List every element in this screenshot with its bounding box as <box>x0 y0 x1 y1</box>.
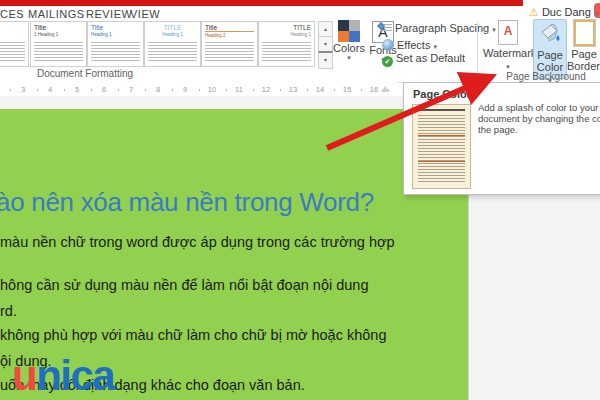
horizontal-ruler: 345678910111213141516 <box>0 82 397 97</box>
ribbon-tab-review[interactable]: REVIEW <box>86 8 132 20</box>
chevron-down-icon: ▾ <box>506 63 510 70</box>
top-red-bar <box>0 0 523 6</box>
ruler-number: 12 <box>261 85 271 94</box>
ruler-number: 4 <box>45 85 55 94</box>
style-set-thumbnail[interactable]: TITLEHeading 1 <box>258 21 315 67</box>
chevron-down-icon: ▾ <box>434 43 438 50</box>
style-set-thumbnail[interactable]: Title <box>0 21 29 67</box>
ruler-number: 13 <box>288 85 298 94</box>
document-text-line: hông cần sử dụng màu nền để làm nổi bật … <box>0 277 368 293</box>
tooltip-preview-thumbnail <box>412 104 471 189</box>
group-label-document-formatting: Document Formatting <box>20 68 150 79</box>
chevron-down-icon: ▾ <box>594 9 598 18</box>
style-set-thumbnail[interactable]: TitleHeading 1 <box>87 21 144 67</box>
ribbon-tab-ces[interactable]: CES <box>0 8 24 20</box>
warning-icon: ⚠ <box>529 6 539 18</box>
ruler-number: 6 <box>99 85 109 94</box>
colors-icon <box>338 20 360 42</box>
effects-icon <box>382 39 394 51</box>
colors-button[interactable]: Colors ▾ <box>331 20 367 62</box>
effects-button[interactable]: Effects ▾ <box>382 37 437 51</box>
paragraph-spacing-button[interactable]: Paragraph Spacing ▾ <box>381 22 496 34</box>
effects-label: Effects <box>397 39 430 51</box>
ruler-number: 16 <box>369 85 379 94</box>
style-gallery: TitleTitle1 Heading 1TitleHeading 1TITLE… <box>0 20 316 67</box>
tooltip-description-line: Add a splash of color to your <box>478 102 600 113</box>
chevron-down-icon: ▾ <box>331 54 367 62</box>
page-color-tooltip: Page Color Add a splash of color to your… <box>403 82 600 195</box>
tooltip-description-line: document by changing the color of <box>478 113 600 124</box>
ribbon-tab-view[interactable]: VIEW <box>130 8 160 20</box>
group-divider <box>477 22 478 72</box>
page-color-label-1: Page <box>537 49 563 61</box>
account-button[interactable]: ⚠Duc Dang▾ <box>529 6 598 19</box>
style-set-thumbnail[interactable]: TitleHeading 2 <box>201 21 258 67</box>
style-set-thumbnail[interactable]: Title1 Heading 1 <box>30 21 87 67</box>
set-as-default-button[interactable]: ✔Set as Default <box>382 52 465 65</box>
watermark-label: Watermark <box>483 47 536 59</box>
paragraph-spacing-label: Paragraph Spacing <box>395 22 489 34</box>
document-heading: ào nên xóa màu nền trong Word? <box>0 187 374 218</box>
ruler-number: 8 <box>153 85 163 94</box>
ruler-number: 10 <box>207 85 217 94</box>
document-text-line: màu nền chữ trong word được áp dụng tron… <box>0 234 395 250</box>
ruler-number: 15 <box>342 85 352 94</box>
ruler-number: 3 <box>18 85 28 94</box>
ruler-number: 11 <box>234 85 244 94</box>
word-window: ⚠Duc Dang▾ TitleTitle1 Heading 1TitleHea… <box>0 0 600 400</box>
document-text-line: rd. <box>0 303 17 319</box>
watermark-button[interactable]: A Watermark ▾ <box>483 19 533 77</box>
tooltip-description: Add a splash of color to yourdocument by… <box>478 102 600 135</box>
tooltip-description-line: the page. <box>478 124 600 135</box>
style-set-thumbnail[interactable]: TITLEHeading 1 <box>144 21 201 67</box>
document-text-line: không phù hợp với màu chữ làm cho chữ bị… <box>0 327 386 343</box>
ruler-number: 14 <box>315 85 325 94</box>
colors-label: Colors <box>331 42 367 54</box>
check-icon: ✔ <box>382 56 393 67</box>
page-borders-button[interactable]: Page Borders <box>567 19 600 77</box>
ruler-number: 5 <box>72 85 82 94</box>
ribbon-tab-mailings[interactable]: MAILINGS <box>28 8 85 20</box>
paragraph-spacing-icon <box>381 24 392 33</box>
ruler-indent-marker[interactable] <box>381 86 389 92</box>
group-label-page-background: Page Background <box>495 71 597 82</box>
account-name: Duc Dang <box>542 6 591 18</box>
watermark-icon: A <box>498 20 518 45</box>
ruler-number: 7 <box>126 85 136 94</box>
page-color-button[interactable]: Page Color ▾ <box>533 19 567 79</box>
page-borders-icon <box>574 20 595 46</box>
tooltip-title: Page Color <box>413 88 471 100</box>
page-borders-label-1: Page <box>571 48 597 60</box>
document-page[interactable]: ào nên xóa màu nền trong Word? màu nền c… <box>0 109 469 400</box>
paint-bucket-icon <box>534 21 566 47</box>
set-as-default-label: Set as Default <box>396 52 465 64</box>
ruler-number: 9 <box>180 85 190 94</box>
unica-logo: unica <box>12 352 114 400</box>
